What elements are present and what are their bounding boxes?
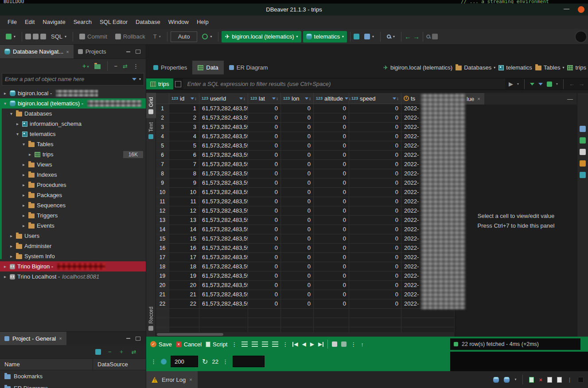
column-header-altitude[interactable]: 123altitude↕ [314, 93, 349, 104]
open-object-button[interactable]: ▾ [384, 31, 398, 43]
tree-item-databases[interactable]: ▾Databases [0, 109, 146, 119]
perspective-icon[interactable] [432, 34, 438, 39]
cell-lat[interactable]: 0 [248, 169, 281, 178]
column-header-datasource[interactable]: DataSource [93, 361, 128, 368]
dashboard-icon[interactable] [354, 34, 359, 39]
delete-icon[interactable]: × [539, 376, 542, 383]
expand-filter-icon[interactable] [175, 81, 181, 87]
calc-panel-toggle-icon[interactable] [580, 137, 586, 144]
maximize-panel-icon[interactable] [136, 337, 140, 341]
cell-id[interactable]: 7 [169, 160, 199, 169]
sql-filter-input[interactable] [183, 78, 505, 89]
cell-lon[interactable]: 0 [281, 197, 314, 206]
expand-icon[interactable]: ＋ [119, 348, 125, 356]
cell-speed[interactable]: 0 [349, 113, 401, 122]
cell-userid[interactable]: 61,573,282,483,598 [199, 104, 248, 113]
breadcrumb-item-trips[interactable]: trips [567, 64, 586, 71]
refresh-icon[interactable]: ↻ [202, 357, 208, 366]
cell-userid[interactable]: 61,573,282,483,598 [199, 216, 248, 225]
cell-altitude[interactable]: 0 [314, 299, 349, 308]
empty-cell[interactable] [169, 309, 199, 318]
cell-lat[interactable]: 0 [248, 113, 281, 122]
cell-altitude[interactable]: 0 [314, 141, 349, 150]
close-button[interactable] [578, 6, 584, 13]
column-header-userid[interactable]: 123userId↕ [199, 93, 248, 104]
tree-item-bigiron-local-telematics[interactable]: ▾bigiron.local (telematics) - [0, 98, 146, 109]
tree-expand-icon[interactable]: ▸ [3, 274, 8, 279]
new-script-icon[interactable] [529, 377, 534, 383]
row-number[interactable]: 8 [156, 169, 169, 178]
cell-lon[interactable]: 0 [281, 104, 314, 113]
grid-corner-cell[interactable] [156, 93, 169, 104]
cell-lon[interactable]: 0 [281, 290, 314, 299]
cell-lon[interactable]: 0 [281, 188, 314, 197]
row-number[interactable]: 11 [156, 197, 169, 206]
sync-icon[interactable] [95, 349, 101, 355]
column-header-lat[interactable]: 123lat↕ [248, 93, 281, 104]
tree-item-trips[interactable]: ▸trips16K [0, 149, 146, 159]
column-header-lon[interactable]: 123lon↕ [281, 93, 314, 104]
column-header-speed[interactable]: 123speed↕ [349, 93, 401, 104]
scrollbar-thumb[interactable] [157, 333, 223, 336]
sql-editor-button[interactable]: SQL▾ [48, 31, 70, 43]
cell-altitude[interactable]: 0 [314, 234, 349, 243]
collapse-icon[interactable]: − [108, 349, 112, 355]
maximize-panel-icon[interactable] [136, 50, 140, 54]
cell-userid[interactable]: 61,573,282,483,598 [199, 244, 248, 252]
console-icon[interactable] [578, 377, 584, 383]
cell-userid[interactable]: 61,573,282,483,598 [199, 262, 248, 271]
cell-userid[interactable]: 61,573,282,483,598 [199, 299, 248, 308]
invalidate-icon[interactable] [33, 34, 39, 39]
filter-funnel-icon[interactable] [132, 78, 136, 81]
row-number[interactable] [156, 318, 169, 327]
close-icon[interactable]: × [189, 377, 192, 382]
previous-row-button[interactable]: ◀ [302, 341, 306, 347]
cell-id[interactable]: 4 [169, 132, 199, 141]
cell-lon[interactable]: 0 [281, 123, 314, 132]
database-icon[interactable] [493, 377, 499, 383]
new-connection-button[interactable]: ▾ [3, 31, 19, 43]
overflow-menu-icon[interactable]: ⋮ [282, 341, 288, 348]
row-number[interactable]: 22 [156, 299, 169, 308]
cell-lon[interactable]: 0 [281, 272, 314, 280]
commit-button[interactable]: Commit [76, 31, 110, 43]
empty-cell[interactable] [248, 318, 281, 327]
tree-expand-icon[interactable]: ▸ [21, 223, 26, 228]
tree-item-indexes[interactable]: ▸Indexes [0, 170, 146, 180]
cell-userid[interactable]: 61,573,282,483,598 [199, 132, 248, 141]
tree-expand-icon[interactable]: ▸ [21, 162, 26, 167]
empty-cell[interactable] [349, 309, 401, 318]
column-filter-sort[interactable]: ↕ [393, 96, 399, 101]
cell-speed[interactable]: 0 [349, 290, 401, 299]
breadcrumb-item-telematics[interactable]: telematics [498, 64, 532, 71]
tree-item-views[interactable]: ▸Views [0, 159, 146, 170]
cell-id[interactable]: 8 [169, 169, 199, 178]
forward-arrow-icon[interactable]: → [413, 33, 420, 40]
add-row-icon[interactable] [252, 341, 258, 347]
tree-expand-icon[interactable]: ▾ [21, 142, 26, 147]
tree-item-tables[interactable]: ▾Tables [0, 139, 146, 149]
minimize-panel-icon[interactable]: — [567, 96, 577, 102]
tree-expand-icon[interactable]: ▾ [9, 111, 14, 116]
cell-speed[interactable]: 0 [349, 262, 401, 271]
cell-id[interactable]: 22 [169, 299, 199, 308]
cell-id[interactable]: 13 [169, 216, 199, 225]
cell-id[interactable]: 15 [169, 234, 199, 243]
cell-lat[interactable]: 0 [248, 262, 281, 271]
cell-speed[interactable]: 0 [349, 132, 401, 141]
chevron-down-icon[interactable]: ▾ [556, 82, 558, 86]
cell-speed[interactable]: 0 [349, 206, 401, 215]
last-row-button[interactable]: ▶ [318, 341, 323, 347]
database-icon[interactable] [504, 377, 510, 383]
menu-item-sql-editor[interactable]: SQL Editor [96, 16, 132, 29]
script-button[interactable]: Script [206, 341, 227, 348]
cell-userid[interactable]: 61,573,282,483,598 [199, 234, 248, 243]
tree-item-packages[interactable]: ▸Packages [0, 190, 146, 200]
duplicate-row-icon[interactable] [262, 341, 268, 347]
presentation-tab-grid[interactable]: Grid [146, 93, 156, 118]
empty-cell[interactable] [401, 327, 455, 332]
tab-data[interactable]: Data [192, 61, 223, 74]
tree-expand-icon[interactable]: ▾ [15, 132, 20, 136]
first-row-button[interactable]: ◀ [292, 341, 298, 347]
cell-id[interactable]: 2 [169, 113, 199, 122]
